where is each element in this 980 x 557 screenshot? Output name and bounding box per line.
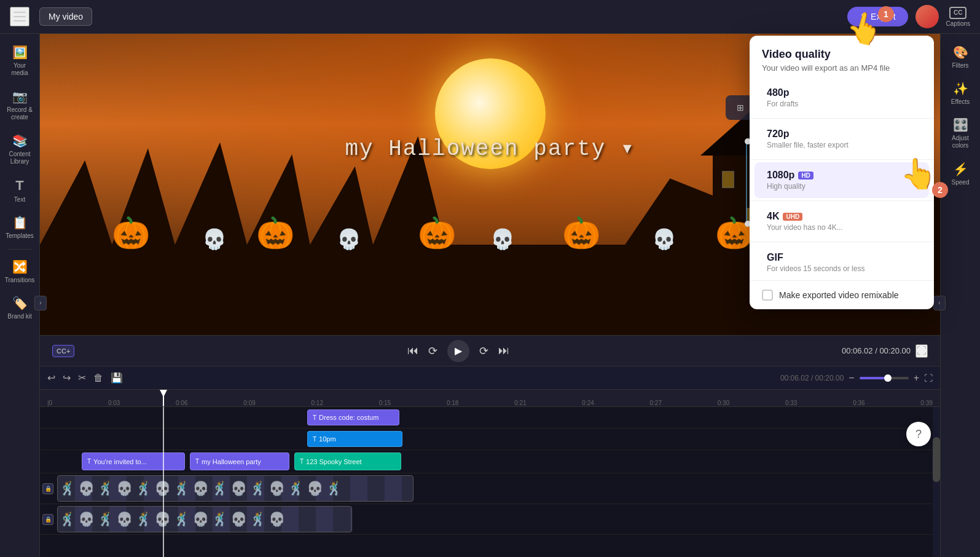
clip-10pm[interactable]: T 10pm bbox=[307, 431, 402, 447]
quality-option-gif[interactable]: GIF For videos 15 seconds or less bbox=[755, 245, 929, 280]
zoom-slider[interactable] bbox=[860, 377, 909, 379]
video-title-overlay[interactable]: my Halloween party ▾ bbox=[345, 135, 635, 162]
brand-icon: 🏷️ bbox=[12, 296, 28, 310]
video-strip-2[interactable]: 🕺 💀 🕺 💀 🕺 💀 🕺 💀 🕺 💀 🕺 💀 bbox=[57, 506, 352, 532]
zoom-in-button[interactable]: + bbox=[914, 373, 919, 384]
ruler-mark-4: 0:12 bbox=[312, 400, 323, 406]
effects-icon: ✨ bbox=[953, 81, 968, 96]
time-display: 00:06.02 / 00:20.00 bbox=[842, 346, 911, 355]
avatar[interactable] bbox=[915, 5, 939, 28]
text-icon: T bbox=[15, 178, 23, 194]
sidebar-item-brand-kit[interactable]: 🏷️ Brand kit bbox=[2, 291, 37, 325]
playback-left: CC+ bbox=[52, 345, 74, 357]
sidebar-label-speed: Speed bbox=[952, 179, 970, 186]
menu-button[interactable] bbox=[10, 7, 29, 26]
sidebar-item-adjust-colors[interactable]: 🎛️ Adjustcolors bbox=[943, 113, 978, 154]
sidebar-item-record-create[interactable]: 📷 Record &create bbox=[2, 84, 37, 126]
sidebar-item-effects[interactable]: ✨ Effects bbox=[943, 76, 978, 110]
crop-btn[interactable]: ⊞ bbox=[732, 99, 749, 116]
sidebar-label-library: ContentLibrary bbox=[9, 151, 30, 165]
cut-button[interactable]: ✂ bbox=[78, 372, 86, 384]
rewind-button[interactable]: ⟳ bbox=[428, 344, 437, 358]
cursor-badge-2: 2 bbox=[932, 182, 948, 198]
sidebar-item-your-media[interactable]: 🖼️ Your media bbox=[2, 40, 37, 82]
quality-option-720p[interactable]: 720p Smaller file, faster export bbox=[755, 121, 929, 157]
timeline-tracks: T Dress code: costum T 10pm bbox=[40, 407, 940, 557]
skel-12: 💀 bbox=[269, 481, 285, 497]
undo-button[interactable]: ↩ bbox=[47, 372, 55, 384]
fast-forward-button[interactable]: ⟳ bbox=[479, 344, 488, 358]
right-sidebar-collapse-btn[interactable]: ‹ bbox=[933, 296, 946, 310]
expand-timeline-button[interactable]: ⛶ bbox=[924, 373, 933, 383]
timeline-toolbar: ↩ ↪ ✂ 🗑 💾 00:06.02 / 00:20.00 − + ⛶ bbox=[40, 366, 940, 390]
skel-8: 💀 bbox=[192, 481, 209, 497]
sidebar-label-record: Record &create bbox=[7, 106, 33, 121]
clip-invited[interactable]: T You're invited to... bbox=[82, 452, 185, 470]
track-lock-btn-2[interactable]: 🔒 bbox=[42, 514, 53, 525]
sidebar-label-adjust: Adjustcolors bbox=[952, 135, 969, 149]
video-track-row-2: 🔒 🕺 💀 🕺 💀 🕺 💀 🕺 💀 🕺 💀 🕺 bbox=[40, 504, 940, 535]
fullscreen-button[interactable]: ⛶ bbox=[915, 344, 928, 358]
captions-label: Captions bbox=[946, 20, 970, 27]
skeleton-4: 💀 bbox=[652, 227, 676, 251]
remixable-checkbox[interactable] bbox=[762, 290, 773, 301]
ruler-mark-5: 0:15 bbox=[379, 400, 391, 406]
quality-divider-1 bbox=[750, 118, 934, 119]
speed-icon: ⚡ bbox=[953, 162, 968, 176]
filters-icon: 🎨 bbox=[953, 45, 968, 60]
quality-option-4k[interactable]: 4K UHD Your video has no 4K... bbox=[755, 203, 929, 239]
clip-label-spooky: 123 Spooky Street bbox=[306, 458, 362, 465]
sidebar-item-text[interactable]: T Text bbox=[2, 173, 37, 208]
save-button[interactable]: 💾 bbox=[111, 372, 123, 384]
sidebar-collapse-btn[interactable]: › bbox=[34, 296, 47, 310]
skip-back-button[interactable]: ⏮ bbox=[407, 344, 418, 357]
clip-label-halloween: my Halloween party bbox=[202, 458, 261, 465]
clip-spooky[interactable]: T 123 Spooky Street bbox=[294, 452, 401, 470]
sidebar-item-filters[interactable]: 🎨 Filters bbox=[943, 40, 978, 74]
help-button[interactable]: ? bbox=[906, 422, 931, 446]
cursor-badge-1: 1 bbox=[878, 6, 894, 22]
clip-label-10pm: 10pm bbox=[319, 435, 336, 443]
sidebar-item-speed[interactable]: ⚡ Speed bbox=[943, 157, 978, 191]
export-panel-subtitle: Your video will export as an MP4 file bbox=[762, 63, 922, 73]
time-cursor[interactable] bbox=[163, 390, 164, 406]
clip-halloween[interactable]: T my Halloween party bbox=[190, 452, 289, 470]
captions-icon: CC bbox=[949, 7, 966, 19]
pumpkin-3: 🎃 bbox=[418, 215, 456, 251]
timeline-scrollbar[interactable] bbox=[933, 407, 940, 557]
templates-icon: 📋 bbox=[12, 215, 28, 230]
redo-button[interactable]: ↪ bbox=[63, 372, 71, 384]
hd-badge: HD bbox=[798, 172, 813, 180]
delete-button[interactable]: 🗑 bbox=[93, 373, 103, 384]
zoom-controls: 00:06.02 / 00:20.00 − + ⛶ bbox=[780, 373, 933, 384]
skel2-10: 💀 bbox=[230, 512, 247, 527]
play-button[interactable]: ▶ bbox=[447, 340, 469, 362]
cc-button[interactable]: CC+ bbox=[52, 345, 74, 357]
time-at-cursor: 00:06.02 / 00:20.00 bbox=[780, 374, 844, 382]
video-strip-1[interactable]: 🕺 💀 🕺 💀 🕺 💀 🕺 💀 🕺 💀 🕺 💀 🕺 💀 bbox=[57, 475, 414, 502]
ruler-mark-6: 0:18 bbox=[447, 400, 458, 406]
zoom-out-button[interactable]: − bbox=[849, 373, 854, 384]
cursor-hand-2: 👆 bbox=[900, 157, 937, 191]
quality-desc-480p: For drafts bbox=[767, 100, 917, 108]
clip-dress-code[interactable]: T Dress code: costum bbox=[307, 409, 399, 425]
clip-icon-t: T bbox=[313, 414, 316, 421]
sidebar-item-templates[interactable]: 📋 Templates bbox=[2, 210, 37, 244]
track-row-dress-code: T Dress code: costum bbox=[40, 407, 940, 429]
video-strip-inner-1: 🕺 💀 🕺 💀 🕺 💀 🕺 💀 🕺 💀 🕺 💀 🕺 💀 bbox=[58, 476, 413, 501]
timeline-scroll-thumb[interactable] bbox=[933, 437, 940, 482]
sidebar-item-content-library[interactable]: 📚 ContentLibrary bbox=[2, 128, 37, 170]
skip-forward-button[interactable]: ⏭ bbox=[498, 344, 509, 357]
quality-option-480p[interactable]: 480p For drafts bbox=[755, 80, 929, 116]
skel-13: 🕺 bbox=[288, 481, 304, 497]
sidebar-item-transitions[interactable]: 🔀 Transitions bbox=[2, 255, 37, 288]
track-lock-btn-1[interactable]: 🔒 bbox=[42, 483, 53, 494]
clip-icon-t2: T bbox=[313, 436, 316, 443]
quality-label-720p: 720p bbox=[767, 128, 917, 140]
zoom-thumb[interactable] bbox=[884, 374, 892, 382]
skeleton-2: 💀 bbox=[337, 227, 361, 251]
captions-button[interactable]: CC Captions bbox=[946, 7, 970, 27]
ruler-mark-12: 0:36 bbox=[853, 400, 864, 406]
project-name[interactable]: My video bbox=[39, 7, 92, 26]
skel-9: 🕺 bbox=[211, 481, 228, 497]
